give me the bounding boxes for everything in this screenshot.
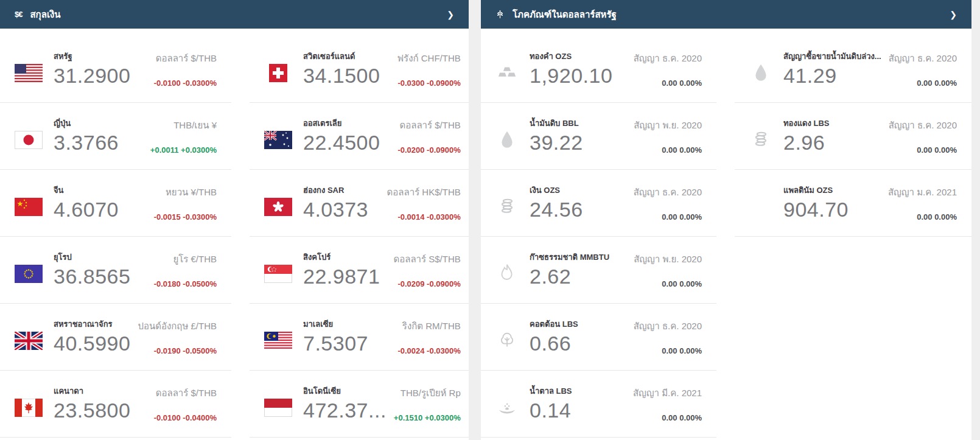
contract-label: สัญญา พ.ย. 2020 — [634, 252, 702, 267]
commodity-card-sugar[interactable]: น้ำตาล LBS0.14 สัญญา มี.ค. 20210.00 0.00… — [481, 371, 716, 438]
currencies-header[interactable]: $€ สกุลเงิน ❯ — [0, 0, 469, 29]
wheat-icon — [495, 9, 505, 20]
commodity-card-cotton[interactable]: คอตต้อน LBS0.66 สัญญา ธ.ค. 20200.00 0.00… — [481, 304, 716, 371]
commodity-price: 41.29 — [783, 63, 881, 88]
currency-pair-label: ปอนด์อังกฤษ £/THB — [138, 319, 217, 333]
contract-label: สัญญา ธ.ค. 2020 — [634, 185, 702, 200]
currency-card-europe[interactable]: ยุโรป36.8565 ยูโร €/THB-0.0180 -0.0500% — [0, 237, 231, 304]
commodity-price: 904.70 — [783, 197, 849, 222]
currencies-title: สกุลเงิน — [30, 7, 60, 22]
currency-price: 34.1500 — [303, 63, 380, 88]
commodity-card-natural-gas[interactable]: ก๊าซธรรมชาติ MMBTU2.62 สัญญา พ.ย. 20200.… — [481, 237, 716, 304]
contract-label: สัญญา ธ.ค. 2020 — [889, 118, 957, 133]
currency-card-uk[interactable]: สหราชอาณาจักร40.5990 ปอนด์อังกฤษ £/THB-0… — [0, 304, 231, 371]
currency-price: 4.0373 — [303, 197, 368, 222]
currency-price: 3.3766 — [54, 130, 119, 155]
currency-pair-label: ฟรังก์ CHF/THB — [397, 51, 460, 66]
currency-change: -0.0300 -0.0900% — [397, 79, 460, 88]
currency-name: สิงคโปร์ — [303, 251, 380, 264]
commodity-change: 0.00 0.00% — [634, 212, 702, 222]
singapore-flag-icon — [264, 265, 292, 283]
currency-card-japan[interactable]: ญี่ปุ่น3.3766 THB/เยน ¥+0.0011 +0.0300% — [0, 103, 231, 170]
commodities-header[interactable]: โภคภัณฑ์ในดอลลาร์สหรัฐ ❯ — [481, 0, 971, 29]
commodity-card-gold[interactable]: ทองคำ OZS1,920.10 สัญญา ธ.ค. 20200.00 0.… — [481, 36, 716, 103]
currency-pair-label: ดอลลาร์ HK$/THB — [387, 185, 461, 200]
commodity-card-crude-bbl[interactable]: น้ำมันดิบ BBL39.22 สัญญา พ.ย. 20200.00 0… — [481, 103, 716, 170]
commodity-card-platinum[interactable]: แพลตินัม OZS904.70 สัญญา ม.ค. 20210.00 0… — [735, 170, 971, 237]
currency-card-switzerland[interactable]: สวิตเซอร์แลนด์34.1500 ฟรังก์ CHF/THB-0.0… — [250, 36, 475, 103]
commodities-title: โภคภัณฑ์ในดอลลาร์สหรัฐ — [513, 7, 617, 22]
chevron-right-icon[interactable]: ❯ — [950, 10, 957, 19]
hong-kong-flag-icon — [264, 198, 292, 216]
commodity-change: 0.00 0.00% — [889, 145, 957, 155]
coin-stack-icon — [749, 128, 774, 151]
currency-change: -0.0209 -0.0900% — [393, 279, 460, 288]
currency-name: สหรัฐ — [54, 50, 130, 63]
currency-change: +0.0011 +0.0300% — [150, 145, 217, 155]
commodity-price: 0.14 — [530, 398, 572, 423]
commodity-card-copper[interactable]: ทองแดง LBS2.96 สัญญา ธ.ค. 20200.00 0.00% — [735, 103, 971, 170]
gold-bars-icon — [495, 61, 520, 84]
commodity-change: 0.00 0.00% — [633, 413, 702, 422]
commodity-change: 0.00 0.00% — [634, 346, 702, 355]
commodity-price: 2.62 — [530, 264, 609, 289]
commodity-price: 39.22 — [530, 130, 583, 155]
flame-icon — [495, 262, 520, 285]
currency-change: -0.0190 -0.0500% — [138, 346, 217, 355]
currencies-panel: $€ สกุลเงิน ❯ สหรัฐ31.2900 ดอลลาร์ $/THB… — [0, 0, 469, 440]
commodity-price: 0.66 — [530, 331, 578, 356]
currency-price: 4.6070 — [54, 197, 119, 222]
contract-label: สัญญา พ.ย. 2020 — [634, 118, 702, 133]
currency-pair-label: THB/เยน ¥ — [150, 118, 217, 133]
cotton-icon — [495, 329, 520, 352]
currency-name: ออสเตรเลีย — [303, 117, 380, 130]
page-edge — [971, 0, 980, 440]
currency-price: 23.5800 — [54, 398, 130, 423]
currency-card-hong-kong[interactable]: ฮ่องกง SAR4.0373 ดอลลาร์ HK$/THB-0.0014 … — [250, 170, 475, 237]
currency-price: 22.9871 — [303, 264, 380, 289]
contract-label: สัญญา ธ.ค. 2020 — [634, 319, 702, 333]
currency-name: ฮ่องกง SAR — [303, 184, 368, 197]
australia-flag-icon — [264, 131, 292, 149]
currency-price: 31.2900 — [54, 63, 130, 88]
oil-drop-icon — [495, 128, 520, 151]
canada-flag-icon — [15, 399, 43, 417]
currency-pair-label: ดอลลาร์ $/THB — [397, 118, 460, 133]
switzerland-flag-icon — [264, 64, 292, 82]
commodity-name: น้ำตาล LBS — [530, 385, 572, 397]
currency-card-indonesia[interactable]: อินโดนีเซีย472.37... THB/รูเปียห์ Rp+0.1… — [250, 371, 475, 438]
commodity-name: คอตต้อน LBS — [530, 318, 578, 330]
currency-card-singapore[interactable]: สิงคโปร์22.9871 ดอลลาร์ S$/THB-0.0209 -0… — [250, 237, 475, 304]
commodity-name: แพลตินัม OZS — [783, 184, 849, 197]
currency-name: แคนาดา — [54, 385, 130, 397]
commodity-change: 0.00 0.00% — [634, 279, 702, 288]
currency-change: -0.0100 -0.0300% — [154, 79, 217, 88]
currency-card-australia[interactable]: ออสเตรเลีย22.4500 ดอลลาร์ $/THB-0.0200 -… — [250, 103, 475, 170]
commodity-card-silver[interactable]: เงิน OZS24.56 สัญญา ธ.ค. 20200.00 0.00% — [481, 170, 716, 237]
currency-name: มาเลเซีย — [303, 318, 368, 330]
currency-card-china[interactable]: จีน4.6070 หยวน ¥/THB-0.0015 -0.0300% — [0, 170, 231, 237]
currency-pair-label: ริงกิต RM/THB — [397, 319, 460, 333]
currency-change: -0.0014 -0.0300% — [387, 212, 461, 222]
commodity-card-crude-futures[interactable]: สัญญาซื้อขายน้ำมันดิบล่วง...41.29 สัญญา … — [735, 36, 971, 103]
currency-card-malaysia[interactable]: มาเลเซีย7.5307 ริงกิต RM/THB-0.0024 -0.0… — [250, 304, 475, 371]
chevron-right-icon[interactable]: ❯ — [447, 10, 454, 19]
currency-change: -0.0100 -0.0400% — [154, 413, 217, 422]
currency-card-canada[interactable]: แคนาดา23.5800 ดอลลาร์ $/THB-0.0100 -0.04… — [0, 371, 231, 438]
commodity-change: 0.00 0.00% — [889, 79, 957, 88]
currency-pair-label: ยูโร €/THB — [154, 252, 217, 267]
currency-pair-label: ดอลลาร์ S$/THB — [393, 252, 460, 267]
uk-flag-icon — [15, 332, 43, 350]
currency-pair-label: ดอลลาร์ $/THB — [154, 386, 217, 400]
market-quotes-page: $€ สกุลเงิน ❯ สหรัฐ31.2900 ดอลลาร์ $/THB… — [0, 0, 980, 440]
panel-divider — [469, 0, 481, 440]
indonesia-flag-icon — [264, 399, 292, 417]
commodities-grid: ทองคำ OZS1,920.10 สัญญา ธ.ค. 20200.00 0.… — [481, 29, 971, 438]
currency-name: ยุโรป — [54, 251, 130, 264]
coin-stack-icon — [495, 195, 520, 218]
malaysia-flag-icon — [264, 332, 292, 350]
currency-card-us[interactable]: สหรัฐ31.2900 ดอลลาร์ $/THB-0.0100 -0.030… — [0, 36, 231, 103]
commodity-name: สัญญาซื้อขายน้ำมันดิบล่วง... — [783, 50, 881, 63]
commodities-panel: โภคภัณฑ์ในดอลลาร์สหรัฐ ❯ ทองคำ OZS1,920.… — [481, 0, 971, 440]
commodity-name: ทองแดง LBS — [783, 117, 830, 130]
